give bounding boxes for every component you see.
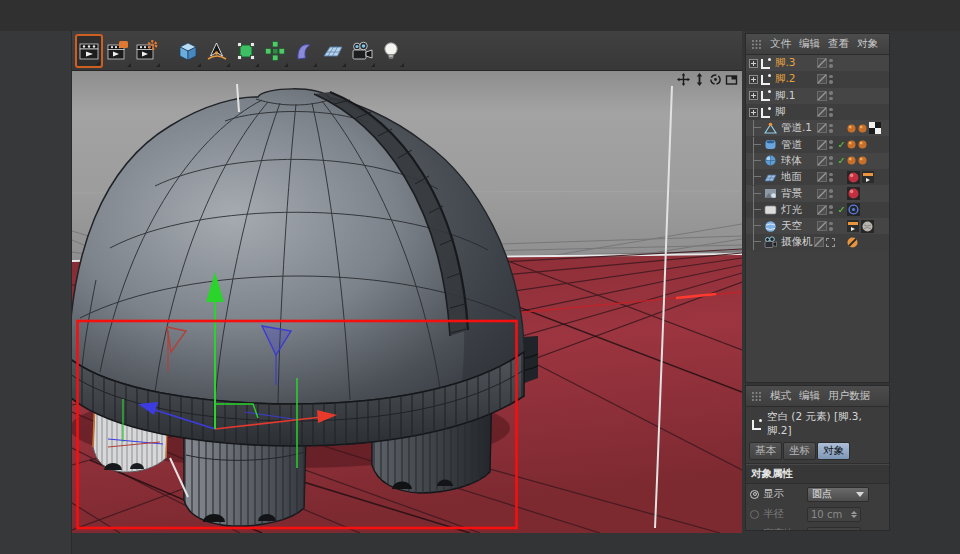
visibility-dots[interactable]: [829, 222, 834, 231]
visibility-dots[interactable]: [829, 75, 834, 84]
layer-toggle-icon[interactable]: [817, 156, 827, 166]
om-menu-file[interactable]: 文件: [770, 37, 791, 51]
expand-toggle-icon[interactable]: [749, 108, 758, 117]
object-row[interactable]: 脚.3: [746, 55, 889, 71]
object-row[interactable]: 管道 ✓: [746, 136, 889, 152]
texture-tag-icon[interactable]: [869, 122, 881, 134]
add-camera-button[interactable]: [348, 34, 376, 68]
visibility-dots[interactable]: [829, 91, 834, 100]
am-menu-userdata[interactable]: 用户数据: [828, 389, 870, 403]
object-row[interactable]: 摄像机: [746, 234, 889, 250]
object-row[interactable]: 背景: [746, 185, 889, 201]
viewport-canvas[interactable]: [72, 71, 742, 533]
add-array-generator-button[interactable]: [261, 34, 289, 68]
aspect-field[interactable]: 1: [807, 527, 861, 532]
visibility-dots[interactable]: [829, 124, 834, 133]
add-generator-button[interactable]: [232, 34, 260, 68]
object-row[interactable]: 管道.1: [746, 120, 889, 136]
layer-toggle-icon[interactable]: [817, 140, 827, 150]
render-view-button[interactable]: [75, 34, 103, 68]
camera-icon: [351, 40, 373, 62]
layer-toggle-icon[interactable]: [817, 107, 827, 117]
keyframe-circle-icon[interactable]: [750, 530, 759, 532]
phong-tag-icon[interactable]: [847, 140, 856, 149]
display-mode-dropdown[interactable]: 圆点: [807, 487, 869, 502]
panel-grip-icon[interactable]: [751, 39, 762, 50]
material-red-icon[interactable]: [847, 171, 860, 184]
compositing-tag-icon[interactable]: [847, 220, 859, 232]
edit-render-settings-button[interactable]: [133, 34, 161, 68]
visibility-dots[interactable]: [829, 205, 834, 214]
active-camera-toggle-icon[interactable]: [826, 238, 835, 247]
keyframe-circle-icon[interactable]: [750, 490, 759, 499]
phong-tag-icon[interactable]: [858, 140, 867, 149]
panel-grip-icon[interactable]: [751, 391, 762, 402]
visibility-dots[interactable]: [829, 173, 834, 182]
material-gray-icon[interactable]: [861, 220, 874, 233]
keyframe-circle-icon[interactable]: [750, 510, 759, 519]
add-primitive-button[interactable]: [174, 34, 202, 68]
pan-icon[interactable]: [677, 73, 690, 86]
enabled-check-icon[interactable]: ✓: [836, 155, 847, 166]
phong-tag-icon[interactable]: [858, 124, 867, 133]
phong-tag-icon[interactable]: [847, 124, 856, 133]
render-to-picture-viewer-button[interactable]: [104, 34, 132, 68]
object-row[interactable]: 脚: [746, 104, 889, 120]
viewport-3d[interactable]: [72, 71, 742, 533]
object-row[interactable]: 脚.2: [746, 71, 889, 87]
visibility-dots[interactable]: [829, 59, 834, 68]
phong-tag-icon[interactable]: [858, 156, 867, 165]
stepper-arrows-icon[interactable]: [851, 511, 857, 518]
phong-tag-icon[interactable]: [847, 156, 856, 165]
compositing-tag-icon[interactable]: [862, 171, 874, 183]
visibility-dots[interactable]: [829, 156, 834, 165]
expand-toggle-icon[interactable]: [749, 59, 758, 68]
expand-toggle-icon[interactable]: [749, 91, 758, 100]
layer-toggle-icon[interactable]: [817, 172, 827, 182]
add-light-button[interactable]: [377, 34, 405, 68]
protection-tag-icon[interactable]: [847, 237, 858, 248]
object-row[interactable]: 地面: [746, 169, 889, 185]
add-deformer-button[interactable]: [290, 34, 318, 68]
tab-coordinates[interactable]: 坐标: [783, 442, 816, 460]
expand-toggle-icon[interactable]: [749, 75, 758, 84]
om-menu-view[interactable]: 查看: [828, 37, 849, 51]
visibility-dots[interactable]: [829, 108, 834, 117]
layer-toggle-icon[interactable]: [814, 237, 824, 247]
null-object-icon: [759, 73, 772, 86]
stepper-arrows-icon[interactable]: [851, 531, 857, 532]
layer-toggle-icon[interactable]: [817, 91, 827, 101]
om-menu-edit[interactable]: 编辑: [799, 37, 820, 51]
tab-object[interactable]: 对象: [817, 442, 850, 460]
object-properties-header[interactable]: 对象属性: [746, 464, 889, 484]
object-row[interactable]: 天空: [746, 218, 889, 234]
layer-toggle-icon[interactable]: [817, 123, 827, 133]
layer-toggle-icon[interactable]: [817, 189, 827, 199]
property-row-display: 显示 圆点: [746, 484, 889, 504]
am-menu-edit[interactable]: 编辑: [799, 389, 820, 403]
camera-object-icon: [764, 236, 778, 249]
enabled-check-icon[interactable]: ✓: [836, 204, 847, 215]
light-target-tag-icon[interactable]: [847, 203, 860, 216]
am-menu-mode[interactable]: 模式: [770, 389, 791, 403]
visibility-dots[interactable]: [829, 189, 834, 198]
radius-field[interactable]: 10 cm: [807, 507, 861, 522]
layer-toggle-icon[interactable]: [817, 205, 827, 215]
object-row[interactable]: 灯光 ✓: [746, 202, 889, 218]
zoom-icon[interactable]: [693, 73, 706, 86]
add-floor-button[interactable]: [319, 34, 347, 68]
visibility-dots[interactable]: [829, 140, 834, 149]
object-row[interactable]: 球体 ✓: [746, 153, 889, 169]
rotate-icon[interactable]: [709, 73, 722, 86]
om-menu-object[interactable]: 对象: [857, 37, 878, 51]
material-red-icon[interactable]: [847, 187, 860, 200]
spline-pen-button[interactable]: [203, 34, 231, 68]
enabled-check-icon[interactable]: ✓: [836, 139, 847, 150]
maximize-icon[interactable]: [725, 73, 738, 86]
layer-toggle-icon[interactable]: [817, 74, 827, 84]
tab-basic[interactable]: 基本: [749, 442, 782, 460]
object-row[interactable]: 脚.1: [746, 88, 889, 104]
layer-toggle-icon[interactable]: [817, 221, 827, 231]
object-tree: 脚.3 脚.2 脚.1: [746, 55, 889, 382]
layer-toggle-icon[interactable]: [817, 58, 827, 68]
